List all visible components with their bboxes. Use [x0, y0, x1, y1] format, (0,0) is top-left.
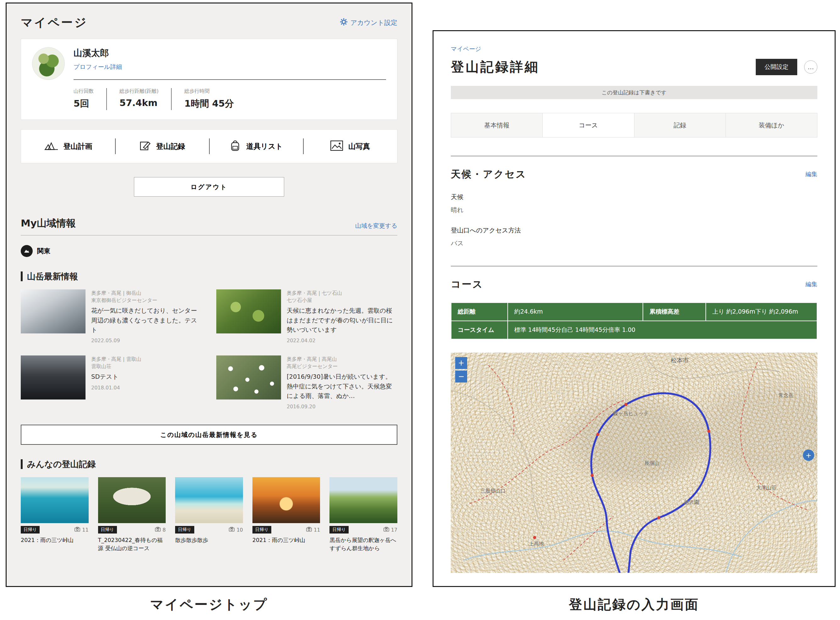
logout-button[interactable]: ログアウト: [134, 177, 284, 197]
news-facility: 東京都御岳ビジターセンター: [91, 296, 202, 304]
zoom-out-button[interactable]: −: [455, 370, 467, 382]
record-thumbnail: [175, 477, 243, 523]
news-item[interactable]: 奥多摩・高尾 | 御岳山 東京都御岳ビジターセンター 花が一気に咲きだしており、…: [21, 289, 202, 343]
map-label: 蝶ヶ岳ヒュッテ: [613, 411, 649, 417]
map-label: 松本市: [671, 357, 689, 364]
page-title: 登山記録詳細: [451, 58, 540, 76]
news-date: 2018.01.04: [91, 385, 202, 391]
news-date: 2022.04.02: [287, 337, 398, 343]
course-summary-table: 総距離 約24.6km 累積標高差 上り 約2,096m下り 約2,096m コ…: [451, 302, 818, 339]
course-edit-link[interactable]: 編集: [806, 280, 818, 289]
region-section-head: My山域情報 山域を変更する: [21, 217, 398, 236]
record-thumbnail: [98, 477, 166, 523]
profile-detail-link[interactable]: プロフィール詳細: [74, 63, 122, 70]
tab-basic-info[interactable]: 基本情報: [451, 113, 542, 137]
record-title: 2021：雨の三ツ峠山: [21, 536, 88, 544]
trip-type-badge: 日帰り: [252, 526, 271, 534]
news-thumbnail: [21, 289, 86, 333]
mypage-panel: マイページ アカウント設定 山溪太郎 プロフィール詳細 山行回数 5回 総歩行距…: [6, 3, 412, 587]
publish-settings-button[interactable]: 公開設定: [756, 59, 797, 75]
weather-edit-link[interactable]: 編集: [806, 170, 818, 178]
tab-equipment[interactable]: 装備ほか: [726, 113, 817, 137]
zoom-in-button[interactable]: +: [455, 357, 467, 369]
map-expand-button[interactable]: +: [803, 450, 814, 461]
record-title: 2021：雨の三ツ峠山: [252, 536, 320, 544]
record-title: T_20230422_春待もの福源 受仏山の逆コース: [98, 536, 166, 552]
region-selector[interactable]: 関東: [21, 245, 50, 257]
record-card[interactable]: 日帰り 17 黒岳から展望の釈迦ヶ岳へ すずらん群生地から: [330, 477, 398, 552]
region-section-title: My山域情報: [21, 217, 76, 230]
tab-record[interactable]: 記録: [634, 113, 726, 137]
course-time-value: 標準 14時間45分自己 14時間45分倍率 1.00: [508, 321, 817, 339]
news-date: 2016.09.20: [287, 403, 398, 409]
climb-plan-button[interactable]: 登山計画: [21, 129, 115, 163]
change-region-link[interactable]: 山域を変更する: [355, 222, 398, 230]
draft-notice: この登山記録は下書きです: [451, 86, 818, 99]
news-thumbnail: [21, 355, 86, 399]
news-more-button[interactable]: この山域の山岳最新情報を見る: [21, 425, 398, 445]
news-meta: 奥多摩・高尾 | 雲取山: [91, 355, 202, 363]
news-item[interactable]: 奥多摩・高尾 | 雲取山 雲取山荘 SDテスト 2018.01.04: [21, 355, 202, 409]
record-title: 散歩散歩散歩: [175, 536, 243, 544]
record-card[interactable]: 日帰り 8 T_20230422_春待もの福源 受仏山の逆コース: [98, 477, 166, 552]
news-facility: 七ツ石小屋: [287, 296, 398, 304]
photo-count: 8: [155, 527, 166, 533]
record-thumbnail: [21, 477, 88, 523]
map-label: 長塀山: [645, 460, 660, 467]
tab-course[interactable]: コース: [542, 113, 634, 137]
weather-field: 天候 晴れ: [451, 193, 818, 214]
left-caption: マイページトップ: [6, 596, 412, 613]
right-caption: 登山記録の入力画面: [433, 596, 836, 613]
weather-section-title: 天候・アクセス: [451, 168, 526, 181]
avatar: [32, 47, 65, 80]
record-card[interactable]: 日帰り 10 散歩散歩散歩: [175, 477, 243, 552]
course-map[interactable]: 松本市 大滝山荘 上高地 徳沢園 蝶ヶ岳ヒュッテ 長塀山 三股登山口 常念岳 +…: [451, 353, 818, 573]
news-thumbnail: [216, 289, 281, 333]
news-item[interactable]: 奥多摩・高尾 | 高尾山 高尾ビジターセンター [2016/9/30]暑い日が続…: [216, 355, 398, 409]
photo-button[interactable]: 山写真: [303, 129, 397, 163]
gear-list-button[interactable]: 道具リスト: [209, 129, 303, 163]
record-card[interactable]: 日帰り 11 2021：雨の三ツ峠山: [252, 477, 320, 552]
record-thumbnail: [330, 477, 398, 523]
record-detail-panel: マイページ 登山記録詳細 公開設定 … この登山記録は下書きです 基本情報 コー…: [433, 30, 836, 587]
elevation-label: 累積標高差: [643, 302, 706, 321]
breadcrumb[interactable]: マイページ: [451, 45, 481, 53]
news-facility: 高尾ビジターセンター: [287, 363, 398, 370]
region-name: 関東: [37, 247, 50, 256]
mountain-icon: [44, 140, 58, 153]
record-card[interactable]: 日帰り 11 2021：雨の三ツ峠山: [21, 477, 88, 552]
quick-actions: 登山計画 登山記録 道具リスト 山写真: [21, 129, 398, 163]
mypage-header: マイページ アカウント設定: [7, 3, 411, 39]
map-label: 上高地: [529, 541, 544, 547]
news-body: SDテスト: [91, 372, 202, 382]
gear-icon: [340, 18, 348, 27]
news-item[interactable]: 奥多摩・高尾 | 七ツ石山 七ツ石小屋 天候に恵まれなかった先週。雲取の桜はまだ…: [216, 289, 398, 343]
map-label: 常念岳: [778, 392, 794, 399]
distance-label: 総距離: [451, 302, 508, 321]
photo-count: 10: [229, 527, 243, 533]
stat-climb-count: 山行回数 5回: [74, 88, 106, 110]
news-body: 花が一気に咲きだしており、センター周辺の緑も濃くなってきました。テスト: [91, 306, 202, 335]
climb-record-button[interactable]: 登山記録: [115, 129, 209, 163]
map-label: 三股登山口: [480, 488, 506, 495]
tab-bar: 基本情報 コース 記録 装備ほか: [451, 113, 818, 137]
globe-icon: [21, 245, 33, 257]
more-options-button[interactable]: …: [804, 60, 818, 74]
divider: [451, 266, 818, 266]
gps-route-line: [591, 393, 711, 573]
divider: [451, 156, 818, 157]
profile-card: 山溪太郎 プロフィール詳細 山行回数 5回 総歩行距離(距離) 57.4km 総…: [21, 39, 398, 120]
camera-icon: [75, 527, 80, 533]
map-overlay: [451, 353, 818, 573]
records-grid: 日帰り 11 2021：雨の三ツ峠山 日帰り 8 T_20230422_春待もの…: [21, 477, 398, 552]
map-label: 大滝山荘: [756, 485, 777, 491]
photo-count: 17: [384, 527, 398, 533]
records-section-title: みんなの登山記録: [21, 459, 398, 469]
news-body: 天候に恵まれなかった先週。雲取の桜はまだまだですが春の匂いが日に日に勢いづいてい…: [287, 306, 398, 335]
course-section-title: コース: [451, 278, 483, 291]
news-meta: 奥多摩・高尾 | 七ツ石山: [287, 289, 398, 296]
account-settings-link[interactable]: アカウント設定: [340, 18, 398, 27]
news-body: [2016/9/30]暑い日が続いています。熱中症に気をつけて下さい。天候急変に…: [287, 372, 398, 401]
photo-icon: [330, 140, 343, 153]
access-field: 登山口へのアクセス方法 バス: [451, 226, 818, 248]
